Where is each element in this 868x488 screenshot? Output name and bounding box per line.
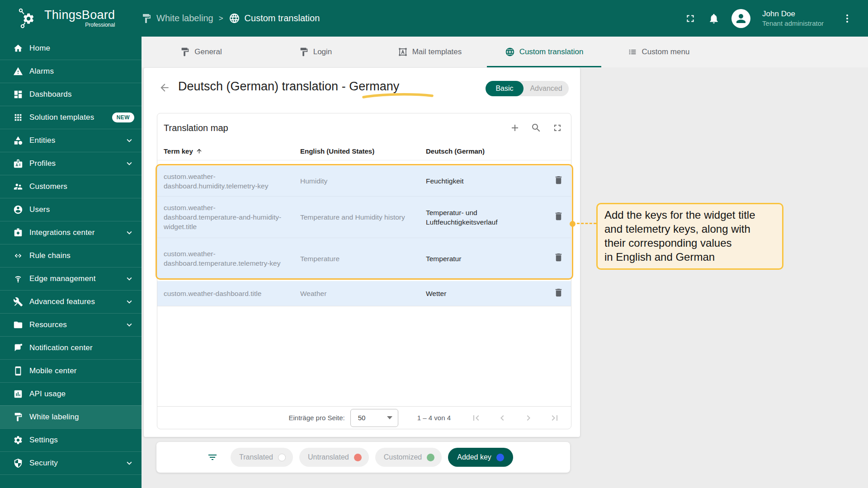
tab-custom-menu[interactable]: Custom menu: [601, 37, 716, 67]
paint-roller-icon: [13, 412, 23, 422]
tab-mail-templates[interactable]: Mail templates: [373, 37, 487, 67]
previous-page-button[interactable]: [497, 413, 508, 423]
sort-arrow-up-icon: [196, 148, 203, 155]
column-header-german[interactable]: Deutsch (German): [426, 147, 537, 155]
sidebar-item-security[interactable]: Security: [0, 451, 142, 474]
paint-roller-icon: [141, 13, 152, 24]
sidebar-item-mobile-center[interactable]: Mobile center: [0, 359, 142, 382]
translated-status-dot: [278, 454, 286, 461]
badge-card-icon: [13, 159, 23, 169]
apps-grid-icon: [13, 113, 23, 122]
sidebar-item-label: Dashboards: [29, 90, 72, 99]
people-icon: [13, 182, 23, 192]
breadcrumb-page[interactable]: Custom translation: [229, 13, 320, 24]
home-icon: [13, 43, 23, 53]
english-cell: Temperature: [300, 254, 426, 263]
tab-general[interactable]: General: [144, 37, 258, 67]
sidebar-item-solution-templates[interactable]: Solution templates NEW: [0, 106, 142, 129]
basic-advanced-toggle: Basic Advanced: [486, 81, 569, 96]
sidebar-item-resources[interactable]: Resources: [0, 313, 142, 336]
first-page-button[interactable]: [471, 413, 481, 423]
chip-added-key[interactable]: Added key: [448, 448, 513, 467]
chip-label: Added key: [457, 453, 491, 461]
sidebar-item-dashboards[interactable]: Dashboards: [0, 83, 142, 106]
fullscreen-button[interactable]: [684, 13, 696, 24]
back-button[interactable]: [159, 82, 170, 94]
sidebar-item-settings[interactable]: Settings: [0, 428, 142, 451]
more-vert-menu-button[interactable]: [842, 13, 853, 24]
column-header-term-key[interactable]: Term key: [164, 147, 300, 155]
sidebar-item-label: Entities: [29, 136, 55, 145]
items-per-page-label: Einträge pro Seite:: [289, 414, 345, 422]
app-logo[interactable]: ThingsBoard Professional: [0, 7, 121, 30]
breadcrumb-section-label: White labeling: [156, 13, 213, 23]
column-label: Term key: [164, 147, 193, 155]
chip-translated[interactable]: Translated: [231, 448, 293, 467]
globe-icon: [229, 13, 240, 24]
delete-row-button[interactable]: [553, 252, 564, 263]
sidebar-item-advanced-features[interactable]: Advanced features: [0, 290, 142, 313]
notifications-bell-button[interactable]: [708, 13, 720, 24]
untranslated-status-dot: [354, 454, 362, 461]
table-row[interactable]: custom.weather-dashboard.title Weather W…: [157, 281, 571, 306]
table-row[interactable]: custom.weather-dashboard.humidity.teleme…: [157, 166, 571, 196]
sidebar-nav: Home Alarms Dashboards Solution template…: [0, 37, 142, 488]
sidebar-item-home[interactable]: Home: [0, 37, 142, 60]
german-cell: Temperatur- und Luftfeuchtigkeitsverlauf: [426, 208, 537, 227]
sidebar-item-label: Rule chains: [29, 251, 71, 260]
page-size-select[interactable]: 50: [350, 409, 398, 427]
sidebar-item-users[interactable]: Users: [0, 198, 142, 221]
chevron-down-icon: [124, 228, 134, 238]
sidebar-item-label: Advanced features: [29, 297, 95, 306]
page-size-value: 50: [358, 414, 366, 422]
sidebar-item-label: Edge management: [29, 274, 96, 283]
integration-box-icon: [13, 228, 23, 238]
add-translation-button[interactable]: [509, 122, 520, 133]
sidebar-item-white-labeling[interactable]: White labeling: [0, 405, 142, 428]
content-card: Deutsch (German) translation - Germany B…: [144, 68, 580, 437]
annotation-connector-dash: [577, 223, 596, 224]
user-role: Tenant administrator: [762, 19, 824, 28]
sidebar-item-api-usage[interactable]: API usage: [0, 382, 142, 405]
delete-row-button[interactable]: [553, 287, 564, 298]
filter-icon[interactable]: [207, 452, 218, 463]
sidebar-item-alarms[interactable]: Alarms: [0, 60, 142, 83]
sidebar-item-rule-chains[interactable]: Rule chains: [0, 244, 142, 267]
user-name: John Doe: [762, 9, 824, 19]
chip-untranslated[interactable]: Untranslated: [299, 448, 369, 467]
sidebar-item-notification-center[interactable]: Notification center: [0, 336, 142, 359]
chip-label: Customized: [384, 453, 422, 461]
avatar[interactable]: [731, 9, 750, 28]
sidebar-item-edge-management[interactable]: Edge management: [0, 267, 142, 290]
sidebar-divider: [0, 474, 142, 488]
sidebar-item-customers[interactable]: Customers: [0, 175, 142, 198]
pagination-range: 1 – 4 von 4: [417, 414, 451, 422]
table-row[interactable]: custom.weather-dashboard.temperature-and…: [157, 196, 571, 238]
tab-custom-translation[interactable]: Custom translation: [487, 37, 601, 67]
sidebar-item-label: White labeling: [29, 413, 79, 422]
expand-table-button[interactable]: [552, 122, 563, 133]
chip-customized[interactable]: Customized: [375, 448, 442, 467]
next-page-button[interactable]: [523, 413, 534, 423]
breadcrumb-section[interactable]: White labeling: [141, 13, 213, 24]
toggle-option-advanced[interactable]: Advanced: [524, 84, 569, 93]
sidebar-item-profiles[interactable]: Profiles: [0, 152, 142, 175]
column-header-english[interactable]: English (United States): [300, 147, 426, 155]
delete-row-button[interactable]: [553, 175, 564, 185]
added-key-status-dot: [496, 454, 504, 461]
sidebar-item-integrations-center[interactable]: Integrations center: [0, 221, 142, 244]
term-key-cell: custom.weather-dashboard.temperature.tel…: [164, 249, 300, 268]
delete-row-button[interactable]: [553, 211, 564, 221]
tab-login[interactable]: Login: [258, 37, 373, 67]
table-row[interactable]: custom.weather-dashboard.temperature.tel…: [157, 238, 571, 279]
annotation-connector-dot: [570, 221, 576, 227]
last-page-button[interactable]: [549, 413, 560, 423]
translation-table-card: Translation map Term key English (United…: [157, 113, 571, 429]
english-cell: Temperature and Humidity history: [300, 212, 426, 222]
toggle-option-basic[interactable]: Basic: [486, 81, 524, 96]
sidebar-item-label: Notification center: [29, 343, 93, 352]
sidebar-item-label: Mobile center: [29, 366, 77, 375]
sidebar-item-entities[interactable]: Entities: [0, 129, 142, 152]
thingsboard-logo-icon: [16, 7, 40, 30]
search-button[interactable]: [531, 122, 542, 133]
